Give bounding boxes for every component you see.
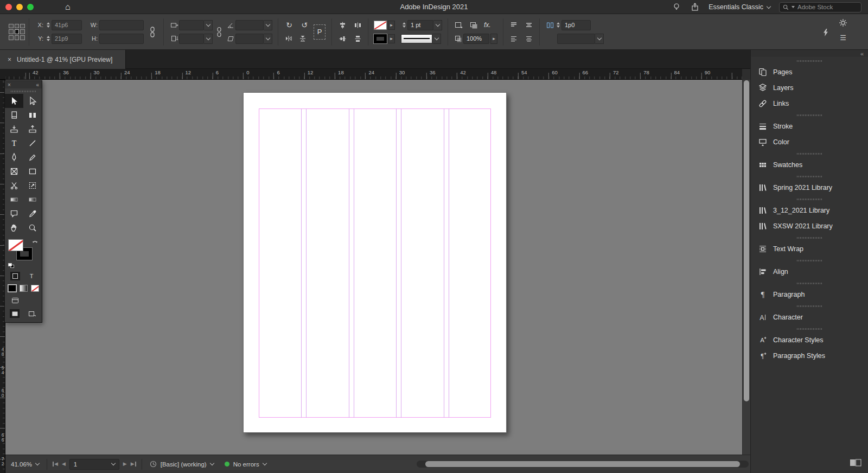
gradient-feather-tool[interactable] [23,193,42,207]
panel-item-align[interactable]: Align [751,264,868,279]
vertical-scrollbar-thumb[interactable] [744,80,749,401]
learn-bulb-icon[interactable] [672,2,681,12]
apply-none-button[interactable] [31,285,39,292]
object-style-icon[interactable] [454,20,463,30]
swap-fill-stroke-icon[interactable] [31,239,39,248]
reference-point-proxy[interactable] [9,24,25,40]
content-placer-tool[interactable] [23,122,42,136]
h-value-field[interactable] [99,34,144,44]
align-text-left-icon[interactable] [509,34,519,43]
rectangle-frame-tool[interactable] [5,164,23,178]
panel-item-character-styles[interactable]: ACharacter Styles [751,332,868,348]
flip-vertical-button[interactable] [298,34,308,43]
last-page-button[interactable]: ▶ [131,462,136,466]
pasteboard[interactable] [5,80,742,455]
adobe-stock-search-input[interactable]: Adobe Stock [779,2,861,12]
panel-group-handle[interactable] [797,305,822,307]
drop-shadow-icon[interactable] [469,20,478,30]
zoom-window-button[interactable] [27,4,34,10]
shear-angle-combo[interactable] [226,33,272,44]
gutter-combo[interactable]: 1p0 [545,20,604,30]
panel-item-text-wrap[interactable]: Text Wrap [751,241,868,257]
w-value-field[interactable] [99,20,144,30]
document-tab[interactable]: × Untitled-1 @ 41% [GPU Preview] [0,50,126,69]
spread-view-button[interactable] [850,459,861,469]
gradient-swatch-tool[interactable] [5,193,23,207]
rotate-cw-button[interactable]: ↻ [284,21,295,29]
page-tool[interactable] [5,108,23,122]
dock-collapse-button[interactable]: « [751,50,868,57]
fill-swatch-none[interactable] [374,21,387,30]
zoom-tool[interactable] [23,221,42,235]
panel-group-handle[interactable] [797,283,822,284]
pencil-tool[interactable] [23,150,42,164]
align-text-center-icon[interactable] [524,34,534,43]
home-icon[interactable]: ⌂ [65,3,71,11]
ruler-origin-corner[interactable] [0,69,5,80]
share-icon[interactable] [690,2,700,12]
panel-item-color[interactable]: Color [751,134,868,150]
x-value-field[interactable]: 41p6 [52,20,82,30]
panel-item-pages[interactable]: Pages [751,64,868,80]
panel-group-handle[interactable] [797,153,822,155]
constrain-dimensions-icon[interactable] [148,27,157,37]
scale-y-combo[interactable] [169,33,213,44]
minimize-window-button[interactable] [16,4,23,10]
page-number-combo[interactable]: 1 [69,459,119,470]
x-stepper[interactable] [47,22,50,28]
zoom-level-combo[interactable]: 41.06% [5,461,44,468]
panel-item-swatches[interactable]: Swatches [751,157,868,172]
scissors-tool[interactable] [5,178,23,193]
panel-item-links[interactable]: Links [751,95,868,111]
tools-panel-close-icon[interactable]: × [8,82,11,88]
formatting-affects-text-button[interactable]: T [27,272,36,280]
gap-tool[interactable] [23,108,42,122]
default-fill-stroke-icon[interactable] [8,263,15,269]
stroke-swatch[interactable] [374,34,387,43]
direct-selection-tool[interactable] [23,94,42,108]
free-transform-tool[interactable] [23,178,42,193]
line-tool[interactable] [23,136,42,150]
panel-item-stroke[interactable]: Stroke [751,118,868,134]
flip-horizontal-button[interactable] [284,34,293,43]
tab-close-icon[interactable]: × [8,56,11,63]
formatting-affects-container-button[interactable] [10,272,20,280]
distribute-vertical-icon[interactable] [353,34,362,43]
story-direction-badge[interactable]: P [314,24,326,40]
panel-group-handle[interactable] [797,176,822,177]
panel-item-paragraph[interactable]: ¶Paragraph [751,286,868,302]
panel-group-handle[interactable] [797,199,822,200]
pen-tool[interactable] [5,150,23,164]
stroke-flyout-button[interactable]: ▸ [388,34,395,43]
preflight-status-combo[interactable]: No errors [225,461,266,468]
rotate-ccw-button[interactable]: ↺ [299,21,310,29]
selection-tool[interactable] [5,94,23,108]
panel-item-sxsw-2021-library[interactable]: SXSW 2021 Library [751,218,868,234]
distribute-horizontal-icon[interactable] [353,20,362,30]
document-page[interactable] [243,92,507,433]
close-window-button[interactable] [5,4,12,10]
y-value-field[interactable]: 21p9 [52,34,82,44]
screen-mode-normal-button[interactable] [10,309,20,318]
panel-group-handle[interactable] [797,328,822,330]
horizontal-ruler[interactable]: 4236302418126061218243036424854606672788… [5,69,742,80]
note-tool[interactable] [5,207,23,221]
panel-group-handle[interactable] [797,237,822,239]
vertical-scrollbar[interactable] [742,80,750,455]
panel-group-handle[interactable] [797,260,822,261]
previous-page-button[interactable]: ◀ [62,462,66,466]
panel-item-paragraph-styles[interactable]: ¶Paragraph Styles [751,348,868,363]
constrain-scale-icon[interactable] [214,27,224,37]
horizontal-scrollbar[interactable] [417,461,749,468]
preset-combo[interactable] [545,33,604,44]
vertical-justify-top-icon[interactable] [509,20,519,30]
panel-group-handle[interactable] [797,114,822,116]
panel-menu-icon[interactable]: ☰ [840,36,846,40]
panel-item-3-12-2021-library[interactable]: 3_12_2021 Library [751,202,868,218]
fill-flyout-button[interactable]: ▸ [388,21,395,30]
panel-item-spring-2021-library[interactable]: Spring 2021 Library [751,180,868,195]
panel-item-character[interactable]: ACharacter [751,309,868,325]
preflight-profile-combo[interactable]: [Basic] (working) [150,461,214,468]
eyedropper-tool[interactable] [23,207,42,221]
panel-group-handle[interactable] [797,60,822,62]
